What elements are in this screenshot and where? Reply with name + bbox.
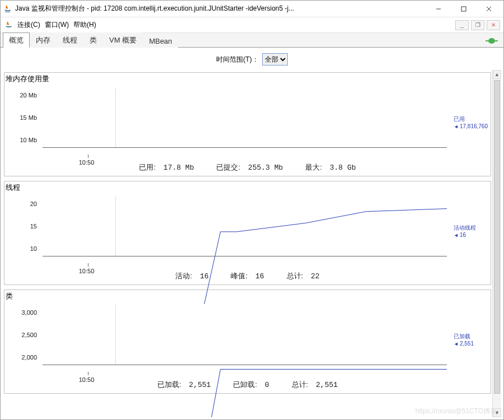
tab-overview[interactable]: 概览 <box>3 32 30 48</box>
chart-threads[interactable]: 10152010:50 <box>9 195 447 268</box>
y-tick: 2,000 <box>9 354 37 361</box>
tab-classes[interactable]: 类 <box>83 32 103 48</box>
app-window: Java 监视和管理控制台 - pid: 17208 com.intellij.… <box>0 0 504 420</box>
y-tick: 15 Mb <box>9 114 37 121</box>
y-tick: 2,500 <box>9 332 37 338</box>
time-range-select[interactable]: 全部 <box>262 53 288 66</box>
scrollbar-thumb[interactable] <box>494 80 500 394</box>
y-tick: 10 <box>9 245 37 252</box>
java-icon <box>3 4 12 13</box>
panel-heap: 堆内存使用量10 Mb15 Mb20 Mb10:50已用◄17,816,760已… <box>4 72 491 176</box>
mdi-restore-button[interactable]: ❐ <box>471 20 484 30</box>
tab-memory[interactable]: 内存 <box>30 32 57 48</box>
y-tick: 20 Mb <box>9 92 37 99</box>
window-minimize-button[interactable] <box>426 1 451 17</box>
scrollbar-down-icon[interactable]: ▼ <box>493 408 501 417</box>
window-title: Java 监视和管理控制台 - pid: 17208 com.intellij.… <box>12 4 426 13</box>
tabbar: 概览 内存 线程 类 VM 概要 MBean <box>1 33 503 48</box>
y-tick: 15 <box>9 223 37 230</box>
tab-mbean[interactable]: MBean <box>143 34 178 48</box>
mdi-close-button[interactable]: ✕ <box>487 20 500 30</box>
chart-heap[interactable]: 10 Mb15 Mb20 Mb10:50 <box>9 86 447 159</box>
menu-window[interactable]: 窗口(W) <box>45 20 69 30</box>
vertical-scrollbar[interactable]: ▲ ▼ <box>492 70 501 417</box>
window-maximize-button[interactable] <box>451 1 476 17</box>
content-area: 时间范围(T)： 全部 堆内存使用量10 Mb15 Mb20 Mb10:50已用… <box>1 48 503 419</box>
java-icon <box>4 21 13 30</box>
tab-vm[interactable]: VM 概要 <box>103 32 143 48</box>
titlebar: Java 监视和管理控制台 - pid: 17208 com.intellij.… <box>1 1 503 17</box>
y-tick: 20 <box>9 200 37 207</box>
scrollbar-up-icon[interactable]: ▲ <box>493 70 501 79</box>
panel-classes: 类2,0002,5003,00010:50已加载◄2,551已加载: 2,551… <box>4 290 491 394</box>
menu-help[interactable]: 帮助(H) <box>73 20 96 30</box>
menubar: 连接(C) 窗口(W) 帮助(H) _ ❐ ✕ <box>1 17 503 33</box>
legend-heap: 已用◄17,816,760 <box>451 84 491 160</box>
connection-status-icon <box>486 37 498 45</box>
y-tick: 3,000 <box>9 309 37 316</box>
overview-panels: 堆内存使用量10 Mb15 Mb20 Mb10:50已用◄17,816,760已… <box>3 70 492 417</box>
svg-rect-1 <box>461 7 466 11</box>
window-close-button[interactable] <box>476 1 501 17</box>
chart-classes[interactable]: 2,0002,5003,00010:50 <box>9 304 447 376</box>
time-range-row: 时间范围(T)： 全部 <box>3 51 501 70</box>
legend-threads: 活动线程◄16 <box>451 193 491 269</box>
panel-title: 堆内存使用量 <box>4 73 491 84</box>
time-range-label: 时间范围(T)： <box>216 55 258 64</box>
tab-threads[interactable]: 线程 <box>57 32 83 48</box>
panel-threads: 线程10152010:50活动线程◄16活动: 16峰值: 16总计: 22 <box>4 181 491 285</box>
y-tick: 10 Mb <box>9 137 37 143</box>
legend-classes: 已加载◄2,551 <box>451 301 491 377</box>
svg-point-4 <box>488 38 495 44</box>
mdi-minimize-button[interactable]: _ <box>455 20 469 30</box>
menu-connect[interactable]: 连接(C) <box>17 20 40 30</box>
